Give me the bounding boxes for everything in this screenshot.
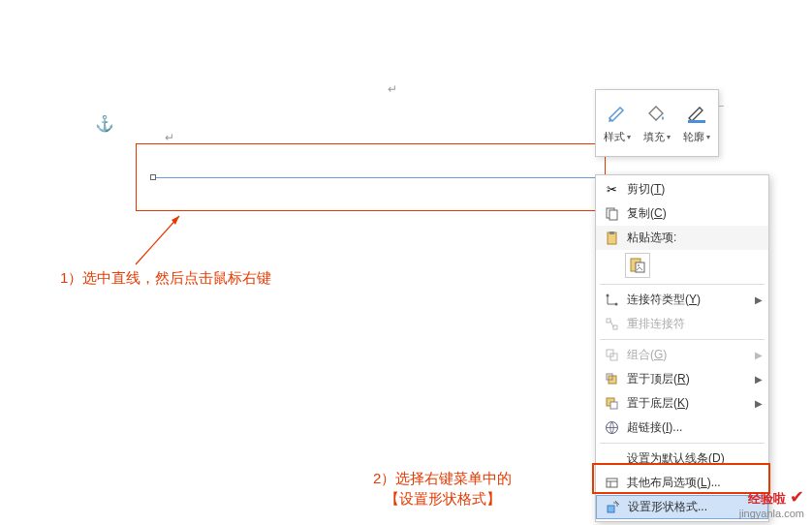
- svg-point-9: [638, 264, 640, 266]
- annotation-text-1: 1）选中直线，然后点击鼠标右键: [60, 269, 271, 288]
- annotation-text-2-line2: 【设置形状格式】: [373, 488, 512, 509]
- chevron-down-icon: ▾: [627, 133, 631, 141]
- svg-rect-13: [613, 325, 617, 329]
- menu-cut-label: 剪切(T): [627, 181, 763, 198]
- outline-label: 轮廓: [683, 130, 704, 144]
- chevron-down-icon: ▾: [667, 133, 671, 141]
- menu-connector-type[interactable]: 连接符类型(Y) ▶: [596, 288, 768, 312]
- menu-cut[interactable]: ✂ 剪切(T): [596, 177, 768, 201]
- copy-icon: [602, 205, 621, 223]
- annotation-arrow: [131, 211, 189, 269]
- check-icon: ✔: [790, 487, 804, 507]
- hyperlink-icon: [602, 419, 621, 437]
- menu-separator: [600, 339, 765, 340]
- menu-separator: [600, 443, 765, 444]
- style-label: 样式: [604, 130, 625, 144]
- svg-rect-4: [609, 210, 617, 220]
- svg-rect-19: [610, 402, 617, 409]
- context-menu: ✂ 剪切(T) 复制(C) 粘贴选项: 连接符类型(Y) ▶ 重排连接符: [595, 174, 769, 522]
- layout-icon: [602, 475, 621, 492]
- paragraph-mark: ↵: [388, 82, 397, 96]
- paste-picture-button[interactable]: [625, 253, 650, 278]
- submenu-arrow-icon: ▶: [755, 294, 763, 305]
- menu-default-line-label: 设置为默认线条(D): [627, 450, 763, 467]
- menu-connector-type-label: 连接符类型(Y): [627, 292, 751, 308]
- menu-paste-options-header: 粘贴选项:: [596, 226, 768, 250]
- rearrange-icon: [602, 316, 621, 333]
- menu-hyperlink[interactable]: 超链接(I)...: [596, 416, 768, 440]
- watermark-url: jingyanla.com: [739, 508, 804, 519]
- paragraph-mark: ↵: [165, 131, 174, 144]
- menu-bring-to-front[interactable]: 置于顶层(R) ▶: [596, 367, 768, 391]
- svg-rect-24: [608, 506, 614, 512]
- paste-options-row: [596, 250, 768, 281]
- menu-copy-label: 复制(C): [627, 205, 763, 222]
- svg-rect-12: [607, 319, 610, 323]
- outline-icon: [685, 103, 708, 126]
- submenu-arrow-icon: ▶: [755, 350, 763, 360]
- send-back-icon: [602, 395, 621, 413]
- watermark-title: 经验啦: [748, 491, 786, 506]
- menu-paste-options-label: 粘贴选项:: [627, 230, 763, 246]
- menu-copy[interactable]: 复制(C): [596, 201, 768, 226]
- menu-set-default-line[interactable]: 设置为默认线条(D): [596, 447, 768, 471]
- annotation-text-2: 2）选择右键菜单中的 【设置形状格式】: [373, 468, 512, 509]
- fill-dropdown[interactable]: 填充 ▾: [639, 103, 675, 144]
- fill-icon: [645, 103, 669, 126]
- menu-bring-front-label: 置于顶层(R): [627, 371, 751, 387]
- menu-group-label: 组合(G): [627, 347, 751, 363]
- svg-rect-6: [609, 232, 614, 234]
- watermark: 经验啦 ✔ jingyanla.com: [739, 486, 804, 519]
- style-dropdown[interactable]: 样式 ▾: [599, 103, 636, 144]
- annotation-highlight-box-1: [136, 143, 606, 211]
- svg-rect-2: [688, 120, 705, 123]
- group-icon: [602, 347, 621, 364]
- bring-front-icon: [602, 371, 621, 388]
- annotation-text-2-line1: 2）选择右键菜单中的: [373, 468, 512, 488]
- menu-separator: [600, 284, 765, 285]
- menu-send-to-back[interactable]: 置于底层(K) ▶: [596, 391, 768, 416]
- fill-label: 填充: [643, 130, 665, 144]
- outline-dropdown[interactable]: 轮廓 ▾: [678, 103, 715, 144]
- svg-rect-21: [607, 479, 617, 487]
- menu-rearrange-label: 重排连接符: [627, 316, 763, 332]
- menu-rearrange-connectors: 重排连接符: [596, 312, 768, 336]
- shape-mini-toolbar: 样式 ▾ 填充 ▾ 轮廓 ▾: [595, 89, 719, 157]
- menu-send-back-label: 置于底层(K): [627, 395, 751, 412]
- submenu-arrow-icon: ▶: [755, 398, 763, 409]
- svg-line-0: [136, 216, 179, 264]
- menu-hyperlink-label: 超链接(I)...: [627, 419, 763, 436]
- format-shape-icon: [603, 499, 622, 516]
- menu-group: 组合(G) ▶: [596, 343, 768, 367]
- paste-icon: [602, 230, 621, 247]
- chevron-down-icon: ▾: [706, 133, 710, 141]
- cut-icon: ✂: [602, 181, 621, 199]
- style-icon: [606, 103, 629, 126]
- submenu-arrow-icon: ▶: [755, 374, 763, 385]
- anchor-icon: ⚓: [95, 114, 114, 133]
- connector-icon: [602, 292, 621, 309]
